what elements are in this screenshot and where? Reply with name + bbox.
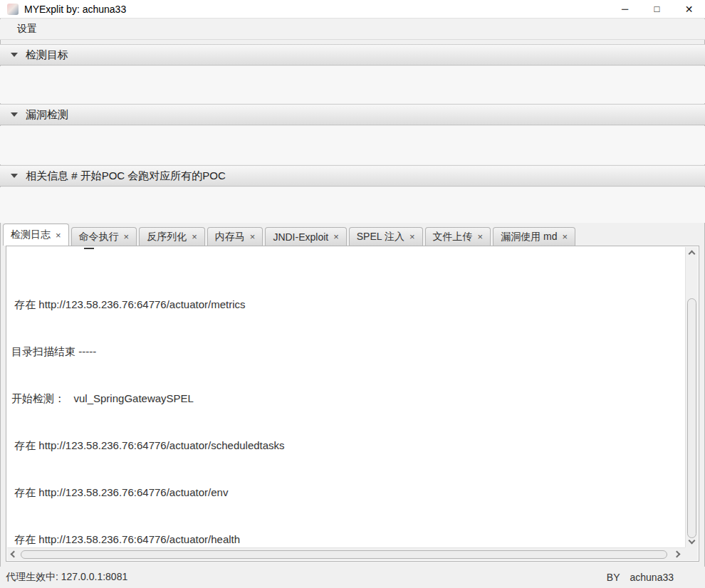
tab-bar: 检测日志 × 命令执行 × 反序列化 × 内存马 × JNDI-Exploit … xyxy=(3,224,575,246)
tab-close-icon[interactable]: × xyxy=(250,231,256,242)
log-pane: 存在 http://123.58.236.76:64776/actuator/m… xyxy=(6,246,699,562)
tab-close-icon[interactable]: × xyxy=(333,231,339,242)
window-controls: ─ □ ✕ xyxy=(609,0,705,18)
tab-detection-log[interactable]: 检测日志 × xyxy=(3,224,69,246)
vertical-scrollbar[interactable] xyxy=(685,247,698,547)
tab-deserialization[interactable]: 反序列化 × xyxy=(139,227,205,246)
tab-spel-injection[interactable]: SPEL 注入 × xyxy=(349,227,423,246)
section-body-vuln: 支持产品 Spring 指定漏洞 ALL 开始POC xyxy=(0,126,705,164)
tab-command-exec[interactable]: 命令执行 × xyxy=(71,227,137,246)
collapse-arrow-icon xyxy=(11,174,18,178)
close-button[interactable]: ✕ xyxy=(673,0,705,18)
menu-item-settings[interactable]: 设置 xyxy=(13,21,41,38)
section-header-info[interactable]: 相关信息 # 开始POC 会跑对应所有的POC xyxy=(0,165,705,187)
horizontal-scrollbar[interactable] xyxy=(7,547,685,560)
section-title: 检测目标 xyxy=(26,48,68,62)
tab-label: SPEL 注入 xyxy=(357,231,404,243)
section-body-target: 目标地址 超时设置/s xyxy=(0,66,705,103)
tab-close-icon[interactable]: × xyxy=(562,231,568,242)
scroll-down-arrow-icon[interactable] xyxy=(689,537,696,545)
app-icon xyxy=(7,4,19,15)
title-bar: MYExplit by: achuna33 ─ □ ✕ xyxy=(0,0,705,19)
section-header-target[interactable]: 检测目标 xyxy=(0,44,705,65)
log-line: 存在 http://123.58.236.76:64776/actuator/s… xyxy=(11,438,685,453)
app-window: MYExplit by: achuna33 ─ □ ✕ 设置 检测目标 目标地址… xyxy=(0,0,705,588)
tab-label: JNDI-Exploit xyxy=(273,231,328,243)
tab-memshell[interactable]: 内存马 × xyxy=(207,227,263,246)
menu-bar: 设置 xyxy=(0,19,705,40)
scrollbar-corner xyxy=(685,547,698,560)
tab-close-icon[interactable]: × xyxy=(56,230,61,241)
detection-log-textarea[interactable]: 存在 http://123.58.236.76:64776/actuator/m… xyxy=(7,247,685,547)
log-line: 存在 http://123.58.236.76:64776/actuator/e… xyxy=(11,485,685,500)
tab-jndi-exploit[interactable]: JNDI-Exploit × xyxy=(265,227,346,246)
scroll-up-arrow-icon[interactable] xyxy=(689,251,696,258)
section-title: 相关信息 # 开始POC 会跑对应所有的POC xyxy=(26,169,226,183)
scroll-left-arrow-icon[interactable] xyxy=(11,551,18,558)
tab-label: 命令执行 xyxy=(79,231,119,243)
vertical-scrollbar-thumb[interactable] xyxy=(687,298,696,538)
scroll-right-arrow-icon[interactable] xyxy=(674,551,681,558)
tab-close-icon[interactable]: × xyxy=(478,231,484,242)
horizontal-scrollbar-thumb[interactable] xyxy=(21,550,667,559)
author-credit: BY achuna33 xyxy=(607,572,674,583)
tab-file-upload[interactable]: 文件上传 × xyxy=(425,227,491,246)
status-bar: 代理生效中: 127.0.0.1:8081 BY achuna33 xyxy=(0,567,705,588)
minimize-button[interactable]: ─ xyxy=(609,0,641,18)
section-title: 漏洞检测 xyxy=(26,108,68,122)
maximize-button[interactable]: □ xyxy=(641,0,673,18)
section-header-vuln[interactable]: 漏洞检测 xyxy=(0,104,705,125)
log-line: 存在 http://123.58.236.76:64776/actuator/h… xyxy=(11,532,685,547)
tab-close-icon[interactable]: × xyxy=(409,231,415,242)
tab-label: 文件上传 xyxy=(433,231,473,243)
section-body-info: 利用方式 DNS地址 xyxy=(0,187,705,223)
collapse-arrow-icon xyxy=(11,53,18,57)
log-line: 存在 http://123.58.236.76:64776/actuator/m… xyxy=(11,297,685,313)
tab-label: 内存马 xyxy=(215,231,245,243)
collapse-arrow-icon xyxy=(11,112,18,117)
author-name: achuna33 xyxy=(630,572,674,583)
tab-label: 反序列化 xyxy=(147,231,187,243)
tab-vuln-usage-md[interactable]: 漏洞使用 md × xyxy=(493,227,575,246)
tab-close-icon[interactable]: × xyxy=(124,231,130,242)
tab-label: 漏洞使用 md xyxy=(501,231,557,243)
tab-label: 检测日志 xyxy=(11,229,51,241)
tab-close-icon[interactable]: × xyxy=(192,231,197,242)
window-title: MYExplit by: achuna33 xyxy=(24,4,126,15)
log-line: 开始检测： vul_SpringGatewaySPEL xyxy=(11,391,685,406)
proxy-status-text: 代理生效中: 127.0.0.1:8081 xyxy=(6,571,127,584)
by-label: BY xyxy=(607,572,620,583)
clipped-log-line xyxy=(84,248,94,249)
log-line: 目录扫描结束 ----- xyxy=(11,344,685,359)
